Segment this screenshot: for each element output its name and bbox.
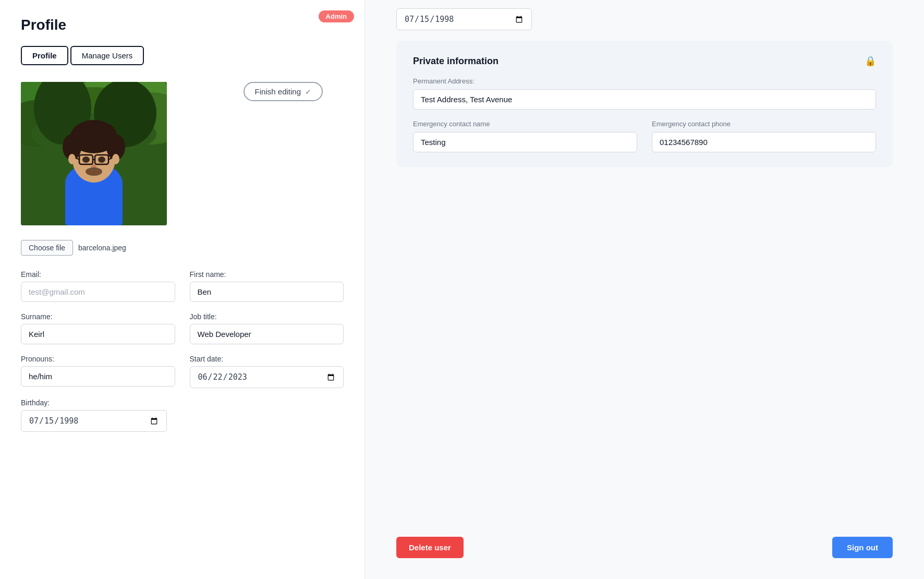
tab-profile[interactable]: Profile: [21, 46, 68, 65]
email-input[interactable]: [21, 282, 175, 302]
private-info-card: Private information 🔒 Permanent Address:…: [396, 41, 893, 167]
start-date-group: Start date:: [190, 355, 344, 388]
profile-photo: [21, 82, 167, 225]
page-wrapper: Admin Profile Profile Manage Users Finis…: [0, 0, 924, 579]
emergency-name-group: Emergency contact name: [413, 120, 637, 152]
surname-input[interactable]: [21, 324, 175, 344]
address-input[interactable]: [413, 89, 876, 110]
pronouns-input[interactable]: [21, 366, 175, 387]
checkmark-icon: ✓: [305, 88, 311, 96]
sign-out-button[interactable]: Sign out: [832, 537, 893, 558]
file-input-row: Choose file barcelona.jpeg: [21, 240, 344, 256]
pronouns-group: Pronouns:: [21, 355, 175, 388]
delete-user-button[interactable]: Delete user: [396, 537, 464, 558]
email-label: Email:: [21, 270, 175, 279]
profile-form: Email: First name: Surname: Job title: P…: [21, 270, 344, 432]
private-info-header: Private information 🔒: [413, 55, 876, 67]
admin-badge: Admin: [319, 10, 354, 22]
birthday-input[interactable]: [21, 410, 167, 432]
file-name-display: barcelona.jpeg: [78, 244, 126, 252]
birthday-group: Birthday:: [21, 399, 344, 432]
start-date-input[interactable]: [190, 366, 344, 388]
birthday-label: Birthday:: [21, 399, 344, 407]
surname-label: Surname:: [21, 312, 175, 321]
nav-tabs: Profile Manage Users: [21, 46, 344, 65]
emergency-grid: Emergency contact name Emergency contact…: [413, 120, 876, 152]
action-row: Delete user Sign out: [396, 537, 893, 558]
svg-point-25: [86, 167, 102, 176]
svg-point-22: [82, 156, 90, 163]
private-info-title: Private information: [413, 56, 499, 67]
svg-point-27: [112, 154, 119, 164]
email-group: Email:: [21, 270, 175, 302]
job-title-input[interactable]: [190, 324, 344, 344]
finish-editing-button[interactable]: Finish editing ✓: [244, 82, 323, 101]
start-date-label: Start date:: [190, 355, 344, 363]
svg-point-26: [68, 154, 76, 164]
job-title-label: Job title:: [190, 312, 344, 321]
svg-point-23: [98, 156, 105, 163]
finish-editing-label: Finish editing: [255, 87, 301, 96]
job-title-group: Job title:: [190, 312, 344, 344]
left-panel: Admin Profile Profile Manage Users Finis…: [0, 0, 365, 579]
surname-group: Surname:: [21, 312, 175, 344]
emergency-name-label: Emergency contact name: [413, 120, 637, 128]
svg-point-16: [72, 129, 116, 150]
first-name-input[interactable]: [190, 282, 344, 302]
emergency-phone-input[interactable]: [652, 132, 876, 152]
first-name-label: First name:: [190, 270, 344, 279]
birthday-top-input[interactable]: [396, 8, 532, 30]
right-panel: Private information 🔒 Permanent Address:…: [365, 0, 924, 579]
address-label: Permanent Address:: [413, 77, 876, 85]
first-name-group: First name:: [190, 270, 344, 302]
profile-photo-section: Finish editing ✓: [21, 82, 344, 225]
svg-rect-10: [65, 181, 123, 225]
pronouns-label: Pronouns:: [21, 355, 175, 363]
birthday-top-section: [396, 0, 893, 41]
page-title: Profile: [21, 17, 344, 33]
choose-file-button[interactable]: Choose file: [21, 240, 73, 256]
emergency-phone-label: Emergency contact phone: [652, 120, 876, 128]
address-group: Permanent Address:: [413, 77, 876, 120]
emergency-phone-group: Emergency contact phone: [652, 120, 876, 152]
lock-icon: 🔒: [865, 55, 876, 67]
emergency-name-input[interactable]: [413, 132, 637, 152]
tab-manage-users[interactable]: Manage Users: [70, 46, 144, 65]
